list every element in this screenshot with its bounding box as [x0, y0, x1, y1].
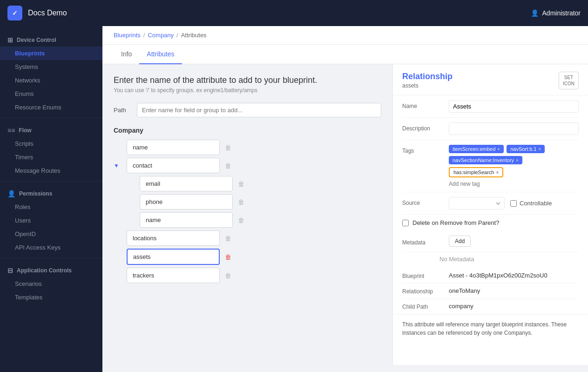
name-input[interactable] [449, 100, 579, 113]
blueprint-row: Blueprint Asset - 4o3tBpM1pxO6z00Zm2soU0 [402, 268, 579, 284]
breadcrumb-attributes: Attributes [181, 32, 207, 39]
delete-icon[interactable]: 🗑 [223, 144, 233, 151]
tag-has-simplesearch[interactable]: has:simpleSearch × [449, 167, 503, 177]
sidebar-item-systems[interactable]: Systems [0, 60, 102, 74]
tab-attributes[interactable]: Attributes [139, 45, 182, 64]
attr-phone[interactable]: phone [140, 194, 233, 210]
path-row: Path [114, 103, 381, 117]
description-input[interactable] [449, 122, 579, 135]
list-item: ▼ locations 🗑 [114, 230, 381, 246]
tag-remove-icon[interactable]: × [538, 147, 541, 152]
attr-assets[interactable]: assets [127, 249, 220, 265]
delete-icon[interactable]: 🗑 [223, 235, 233, 242]
sidebar-item-resource-enums[interactable]: Resource Enums [0, 101, 102, 114]
delete-icon[interactable]: 🗑 [223, 253, 233, 261]
list-item: ▼ email 🗑 [127, 176, 381, 191]
child-path-label: Child Path [402, 303, 449, 310]
tag-remove-icon[interactable]: × [497, 147, 500, 152]
metadata-section: Metadata Add [393, 231, 588, 252]
section-label-application-controls: Application Controls [17, 267, 72, 274]
metadata-label: Metadata [402, 237, 449, 246]
section-title: Company [114, 127, 381, 134]
attr-trackers[interactable]: trackers [127, 268, 220, 283]
name-row: Name [402, 95, 579, 118]
tag-label: has:simpleSearch [453, 169, 494, 175]
flow-icon: ≡≡ [7, 127, 15, 134]
section-label-flow: Flow [19, 127, 31, 134]
description-label: Description [402, 122, 449, 132]
relationship-row-value: oneToMany [449, 287, 579, 294]
add-tag-input[interactable] [449, 181, 519, 187]
info-section: Blueprint Asset - 4o3tBpM1pxO6z00Zm2soU0… [393, 268, 588, 314]
description-row: Description [402, 118, 579, 140]
sidebar: ⊞ Device Control Blueprints Systems Netw… [0, 26, 102, 372]
tag-remove-icon[interactable]: × [496, 170, 499, 175]
sidebar-item-message-routes[interactable]: Message Routes [0, 164, 102, 177]
tags-row: Tags itemScreen:embed × navSort:b.1 × [402, 140, 579, 192]
list-item: ▼ contact 🗑 [114, 158, 381, 173]
tag-navsort-b1[interactable]: navSort:b.1 × [507, 145, 545, 153]
sidebar-item-scripts[interactable]: Scripts [0, 137, 102, 150]
sidebar-item-templates[interactable]: Templates [0, 291, 102, 304]
main-content: Blueprints / Company / Attributes Info A… [102, 26, 588, 372]
sidebar-item-roles[interactable]: Roles [0, 200, 102, 214]
source-controls: Controllable [449, 197, 579, 210]
chevron-down-icon[interactable]: ▼ [114, 162, 123, 169]
section-flow: ≡≡ Flow Scripts Timers Message Routes [0, 120, 102, 179]
description-text: This attribute will reference many targe… [393, 314, 588, 343]
attr-contact[interactable]: contact [127, 158, 220, 173]
add-metadata-button[interactable]: Add [449, 236, 471, 247]
application-controls-icon: ⊟ [7, 267, 13, 274]
tab-info[interactable]: Info [114, 45, 139, 64]
sidebar-item-openid[interactable]: OpenID [0, 227, 102, 241]
tag-label: navSort:b.1 [510, 146, 536, 152]
sidebar-item-timers[interactable]: Timers [0, 150, 102, 164]
metadata-row: Metadata Add [402, 231, 579, 252]
sidebar-item-blueprints[interactable]: Blueprints [0, 47, 102, 60]
source-select[interactable] [449, 197, 505, 210]
breadcrumb-blueprints[interactable]: Blueprints [114, 32, 141, 39]
attr-locations[interactable]: locations [127, 230, 220, 246]
delete-parent-checkbox[interactable] [402, 220, 409, 226]
tags-label: Tags [402, 145, 449, 154]
list-item: ▼ assets 🗑 [114, 249, 381, 265]
app-title: Docs Demo [28, 9, 67, 17]
permissions-icon: 👤 [7, 190, 15, 197]
tag-label: navSectionName:Inventory [453, 157, 514, 163]
controllable-checkbox[interactable] [510, 200, 517, 207]
name-label: Name [402, 100, 449, 109]
delete-icon[interactable]: 🗑 [237, 198, 246, 206]
delete-icon[interactable]: 🗑 [223, 162, 233, 169]
sidebar-item-api-access-keys[interactable]: API Access Keys [0, 241, 102, 254]
delete-icon[interactable]: 🗑 [237, 216, 246, 224]
blueprint-value: Asset - 4o3tBpM1pxO6z00Zm2soU0 [449, 272, 579, 279]
tag-itemscreen-embed[interactable]: itemScreen:embed × [449, 145, 504, 153]
relationship-title: Relationship [402, 72, 453, 81]
sidebar-item-scenarios[interactable]: Scenarios [0, 277, 102, 291]
sidebar-item-enums[interactable]: Enums [0, 87, 102, 101]
section-permissions: 👤 Permissions Roles Users OpenID API Acc… [0, 183, 102, 256]
attr-contact-name[interactable]: name [140, 212, 233, 228]
app-logo[interactable]: ✓ [7, 6, 22, 20]
tag-navsectionname-inventory[interactable]: navSectionName:Inventory × [449, 156, 522, 164]
source-row: Source Controllable [402, 192, 579, 215]
breadcrumb-company[interactable]: Company [148, 32, 174, 39]
device-control-icon: ⊞ [7, 36, 13, 44]
left-panel: Enter the name of the attribute to add t… [102, 64, 392, 365]
blueprint-label: Blueprint [402, 272, 449, 279]
delete-icon[interactable]: 🗑 [223, 272, 233, 279]
sidebar-item-users[interactable]: Users [0, 214, 102, 227]
attr-email[interactable]: email [140, 176, 233, 191]
delete-icon[interactable]: 🗑 [237, 180, 246, 188]
path-input[interactable] [137, 103, 381, 117]
attr-name[interactable]: name [127, 140, 220, 155]
tags-container: itemScreen:embed × navSort:b.1 × navSect… [449, 145, 579, 187]
section-header-permissions: 👤 Permissions [0, 187, 102, 200]
tag-remove-icon[interactable]: × [516, 158, 519, 163]
nav-right: 👤 Administrator [531, 9, 581, 17]
panel-heading: Enter the name of the attribute to add t… [114, 75, 381, 85]
sidebar-item-networks[interactable]: Networks [0, 74, 102, 87]
content-area: Enter the name of the attribute to add t… [102, 64, 588, 365]
controllable-label: Controllable [520, 200, 552, 207]
set-icon-button[interactable]: SET ICON [559, 72, 579, 89]
